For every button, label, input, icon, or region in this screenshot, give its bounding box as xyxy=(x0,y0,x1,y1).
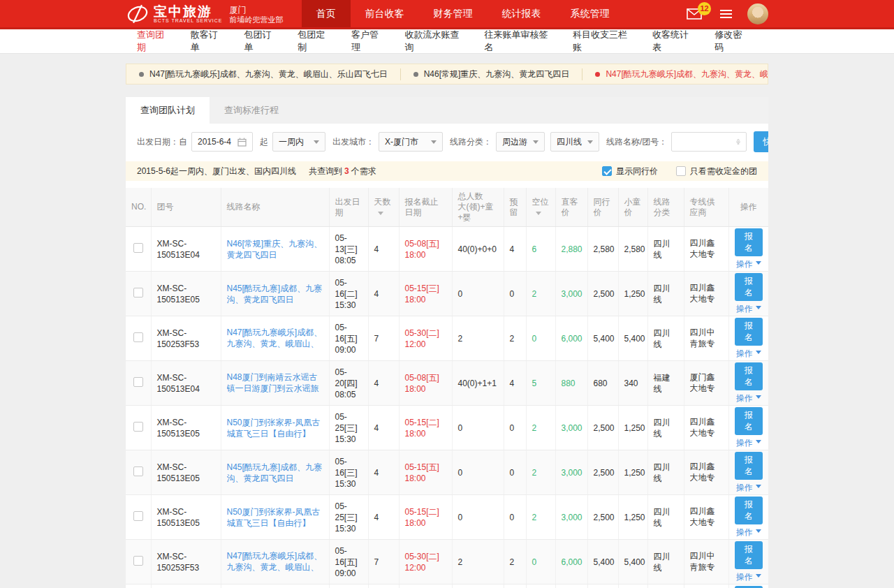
route-name-link[interactable]: N45[酷玩九寨]成都、九寨沟、黄龙四飞四日 xyxy=(227,283,323,305)
row-more-button[interactable]: 操作 xyxy=(735,258,763,270)
row-more-button[interactable]: 操作 xyxy=(735,437,763,448)
notice-item[interactable]: N47[酷玩九寨峨乐]成都、九寨沟、黄龙、峨眉山、乐山四飞七日 xyxy=(126,68,400,80)
subnav-item[interactable]: 客户管理 xyxy=(351,29,386,54)
signup-button[interactable]: 报名 xyxy=(735,541,763,569)
route-name-link[interactable]: N45[酷玩九寨]成都、九寨沟、黄龙四飞四日 xyxy=(227,462,323,484)
column-header: NO. xyxy=(126,188,151,227)
cell-total-people: 0 xyxy=(452,272,504,316)
summary-count: 3 xyxy=(344,166,349,176)
row-more-button[interactable]: 操作 xyxy=(735,392,763,404)
signup-button[interactable]: 报名 xyxy=(735,362,763,390)
signup-button[interactable]: 报名 xyxy=(735,497,763,524)
microphone-icon[interactable] xyxy=(736,137,740,147)
logo-title: 宝中旅游 xyxy=(154,5,223,18)
row-more-button[interactable]: 操作 xyxy=(735,527,763,538)
cell-route-name: N47[酷玩九寨峨乐]成都、九寨沟、黄龙、峨眉山、乐山四飞七日 xyxy=(221,316,329,361)
signup-button[interactable]: 报名 xyxy=(735,407,763,435)
tab[interactable]: 查询团队计划 xyxy=(126,97,210,124)
sort-icon[interactable] xyxy=(378,212,383,218)
subnav-item[interactable]: 包团订单 xyxy=(244,29,279,54)
cell-action: 报名操作 xyxy=(728,495,768,540)
route-name-link[interactable]: N47[酷玩九寨峨乐]成都、九寨沟、黄龙、峨眉山、乐山四飞七日 xyxy=(227,550,323,573)
cell-action: 报名操作 xyxy=(728,227,768,272)
avatar[interactable] xyxy=(747,3,768,24)
cell-depart-date: 05-16[三]15:30 xyxy=(329,450,368,495)
tab[interactable]: 查询标准行程 xyxy=(210,97,293,124)
cell-action: 报名操作 xyxy=(728,406,768,450)
subnav-item[interactable]: 包团定制 xyxy=(298,29,332,54)
notice-item[interactable]: N47[酷玩九寨峨乐]成都、九寨沟、黄龙、峨眉山、乐山四飞七日 xyxy=(582,68,768,80)
row-checkbox[interactable] xyxy=(133,377,143,387)
table-row: XM-SC-150513E04N48厦门到南靖云水谣古镇一日游厦门到云水谣旅游0… xyxy=(126,361,768,406)
notice-bar: N47[酷玩九寨峨乐]成都、九寨沟、黄龙、峨眉山、乐山四飞七日N46[常规]重庆… xyxy=(126,64,768,84)
cell-total-people: 40(0)+0+0 xyxy=(452,227,504,272)
chevron-down-icon xyxy=(756,261,761,267)
row-more-button[interactable]: 操作 xyxy=(735,303,763,314)
date-range-select[interactable]: 一周内 xyxy=(272,132,325,152)
row-more-button[interactable]: 操作 xyxy=(735,571,763,582)
subnav-item[interactable]: 修改密码 xyxy=(715,29,749,54)
route-name-link[interactable]: N47[酷玩九寨峨乐]成都、九寨沟、黄龙、峨眉山、乐山四飞七日 xyxy=(227,327,323,350)
cell-total-people: 0 xyxy=(452,406,504,450)
route-name-link[interactable]: N50厦门到张家界-凤凰古城直飞三日【自由行】 xyxy=(227,417,323,439)
route-name-link[interactable]: N48厦门到南靖云水谣古镇一日游厦门到云水谣旅游 xyxy=(227,372,323,395)
cell-direct-price: 3,000 xyxy=(555,495,587,540)
row-checkbox[interactable] xyxy=(133,332,143,342)
cell-reserved: 4 xyxy=(504,585,526,588)
main-panel: 查询团队计划查询标准行程 出发日期：自 2015-6-4 起 一周内 出发城市： xyxy=(126,97,768,588)
cell-depart-date: 05-25[三]15:30 xyxy=(329,406,368,450)
cell-days: 4 xyxy=(368,495,399,540)
subnav-item[interactable]: 查询团期 xyxy=(137,29,172,54)
sort-icon[interactable] xyxy=(536,212,541,218)
cell-action: 报名操作 xyxy=(728,361,768,406)
deposit-only-toggle[interactable]: 只看需收定金的团 xyxy=(676,166,757,177)
topnav-item[interactable]: 前台收客 xyxy=(351,0,419,27)
topnav-item[interactable]: 系统管理 xyxy=(556,0,624,27)
row-more-button[interactable]: 操作 xyxy=(735,482,763,493)
cell-tour-code: XM-SC-150513E05 xyxy=(151,406,221,450)
topnav-item[interactable]: 财务管理 xyxy=(419,0,488,27)
row-checkbox[interactable] xyxy=(133,511,143,521)
subnav-item[interactable]: 往来账单审核签名 xyxy=(485,29,554,54)
row-checkbox[interactable] xyxy=(133,466,143,476)
cell-reserved: 0 xyxy=(504,450,526,495)
topnav-item[interactable]: 统计报表 xyxy=(488,0,556,27)
row-checkbox[interactable] xyxy=(133,243,143,253)
deposit-only-checkbox[interactable] xyxy=(676,166,686,176)
row-more-button[interactable]: 操作 xyxy=(735,348,763,359)
quick-search-button[interactable]: 快速查询 xyxy=(754,131,768,152)
peer-price-checkbox[interactable] xyxy=(602,166,612,176)
subnav-item[interactable]: 科目收支三栏账 xyxy=(573,29,633,54)
topnav-item[interactable]: 首页 xyxy=(302,0,351,27)
keyword-input[interactable] xyxy=(677,136,736,147)
signup-button[interactable]: 报名 xyxy=(735,228,763,256)
cell-route-name: N50厦门到张家界-凤凰古城直飞三日【自由行】 xyxy=(221,406,329,450)
cell-days: 7 xyxy=(368,316,399,361)
notice-item[interactable]: N46[常规]重庆、九寨沟、黄龙四飞四日 xyxy=(400,68,582,80)
menu-icon[interactable] xyxy=(720,8,732,20)
row-checkbox[interactable] xyxy=(133,422,143,432)
brand[interactable]: 宝中旅游 BCTS TRAVEL SERVICE 厦门 前埔岭兜营业部 xyxy=(126,0,284,27)
subcategory-select[interactable]: 四川线 xyxy=(550,132,599,152)
category-select[interactable]: 周边游 xyxy=(496,132,545,152)
signup-button[interactable]: 报名 xyxy=(735,273,763,301)
row-checkbox[interactable] xyxy=(133,556,143,566)
subnav-item[interactable]: 收款流水账查询 xyxy=(405,29,466,54)
route-name-link[interactable]: N50厦门到张家界-凤凰古城直飞三日【自由行】 xyxy=(227,506,323,529)
subnav-item[interactable]: 散客订单 xyxy=(191,29,226,54)
cell-child-price: 340 xyxy=(618,361,647,406)
cell-category: 四川线 xyxy=(647,272,684,316)
signup-button[interactable]: 报名 xyxy=(735,318,763,346)
peer-price-toggle[interactable]: 显示同行价 xyxy=(602,166,658,177)
subnav-item[interactable]: 收客统计表 xyxy=(652,29,696,54)
signup-button[interactable]: 报名 xyxy=(735,452,763,480)
depart-date-input[interactable]: 2015-6-4 xyxy=(191,132,253,152)
city-select[interactable]: X-厦门市 xyxy=(379,132,443,152)
cell-days: 4 xyxy=(368,450,399,495)
cell-vacancy: 2 xyxy=(526,406,555,450)
route-name-link[interactable]: N46[常规]重庆、九寨沟、黄龙四飞四日 xyxy=(227,238,323,260)
mail-icon[interactable]: 12 xyxy=(687,8,702,20)
row-checkbox[interactable] xyxy=(133,288,143,297)
cell-child-price: 5,400 xyxy=(618,540,647,585)
cell-select xyxy=(126,406,151,450)
